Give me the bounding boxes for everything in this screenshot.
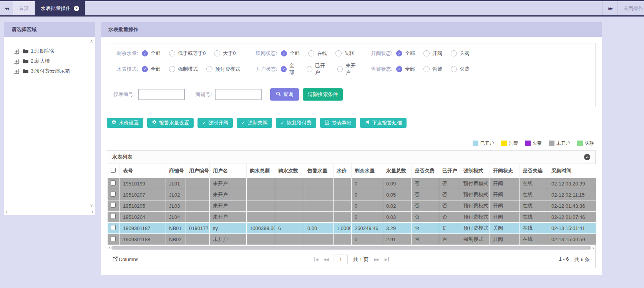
- tab-water-meter-batch[interactable]: 水表批量操作 ×: [35, 1, 85, 15]
- shop-no-input[interactable]: [215, 89, 262, 100]
- radio-icon[interactable]: [423, 50, 430, 56]
- scroll-tabs-right-button[interactable]: ▶▶: [608, 7, 612, 10]
- next-page-icon[interactable]: ▶▶: [374, 257, 379, 262]
- column-header[interactable]: 告警水量: [304, 164, 334, 178]
- expand-icon[interactable]: [14, 59, 19, 64]
- radio-icon[interactable]: [214, 50, 220, 56]
- scroll-tabs-left-button[interactable]: ◀◀: [0, 1, 13, 15]
- page-number-input[interactable]: [334, 255, 348, 264]
- radio-option[interactable]: ✓全部: [281, 50, 300, 57]
- radio-option[interactable]: 未开户: [337, 62, 359, 76]
- last-page-icon[interactable]: ▶: [385, 257, 389, 262]
- column-header[interactable]: 水价: [334, 164, 352, 178]
- action-button[interactable]: 下发报警短信: [360, 118, 407, 128]
- scroll-left-icon[interactable]: ‹: [6, 209, 8, 214]
- table-row[interactable]: 19510204JL04未开户00.03否否预付费模式开阀在线02-12 01:…: [108, 212, 596, 223]
- radio-icon[interactable]: [308, 50, 314, 56]
- radio-option[interactable]: 已开户: [307, 62, 329, 76]
- scroll-right-icon[interactable]: ›: [593, 245, 594, 250]
- radio-option[interactable]: 开阀: [423, 50, 442, 57]
- scroll-up-icon[interactable]: ∧: [90, 39, 93, 43]
- column-header[interactable]: 开阀状态: [490, 164, 520, 178]
- radio-checked-icon[interactable]: ✓: [396, 66, 402, 72]
- radio-option[interactable]: ✓全部: [142, 50, 161, 57]
- scrollbar-thumb[interactable]: [111, 246, 591, 250]
- radio-option[interactable]: ✓全部: [396, 50, 415, 57]
- row-checkbox[interactable]: [111, 192, 116, 197]
- prev-page-icon[interactable]: ◀◀: [323, 257, 328, 262]
- water-price-button[interactable]: 水价设置: [107, 118, 143, 128]
- query-button[interactable]: 查询: [270, 88, 299, 101]
- radio-option[interactable]: 大于0: [214, 50, 236, 57]
- column-header[interactable]: 购水总额: [247, 164, 275, 178]
- column-header[interactable]: 强制模式: [460, 164, 490, 178]
- expand-icon[interactable]: [14, 69, 19, 74]
- columns-button[interactable]: Columns: [113, 257, 138, 263]
- column-header[interactable]: 表号: [120, 164, 166, 178]
- tree-node[interactable]: 2:新大楼: [14, 56, 95, 66]
- column-header[interactable]: 用户名: [210, 164, 247, 178]
- tree-node[interactable]: 3:预付费云演示箱: [14, 66, 95, 76]
- table-toolbar-icon[interactable]: [584, 154, 590, 160]
- column-header[interactable]: 是否失连: [520, 164, 548, 178]
- radio-option[interactable]: 欠费: [451, 66, 470, 73]
- radio-checked-icon[interactable]: ✓: [281, 66, 287, 72]
- radio-icon[interactable]: [451, 50, 457, 56]
- radio-icon[interactable]: [423, 66, 430, 72]
- scroll-right-icon[interactable]: ›: [91, 209, 93, 214]
- table-row[interactable]: 1909301188NB02未开户02.91否否强制模式开阀在线02-13 15…: [108, 234, 596, 245]
- scroll-left-icon[interactable]: ‹: [108, 245, 110, 250]
- tab-home[interactable]: 首页: [13, 1, 35, 15]
- column-header[interactable]: 用户编号: [186, 164, 210, 178]
- radio-option[interactable]: 强制模式: [169, 66, 198, 73]
- table-row[interactable]: 1909301187NB010190177sy1000399.0060.001.…: [108, 223, 596, 234]
- radio-option[interactable]: 低于或等于0: [169, 50, 206, 57]
- column-header[interactable]: 水量总数: [383, 164, 412, 178]
- column-header[interactable]: 是否欠费: [412, 164, 439, 178]
- radio-icon[interactable]: [206, 66, 212, 72]
- action-button[interactable]: 报警水量设置: [147, 118, 194, 128]
- first-page-icon[interactable]: ◀: [314, 257, 318, 262]
- tab-close-icon[interactable]: ×: [74, 6, 79, 11]
- action-button[interactable]: ✓恢复预付费: [276, 118, 316, 128]
- action-button[interactable]: ✓强制关阀: [237, 118, 272, 128]
- action-button[interactable]: 抄表导出: [320, 118, 356, 128]
- radio-icon[interactable]: [335, 50, 342, 56]
- radio-icon[interactable]: [169, 66, 175, 72]
- table-row[interactable]: 19510207JL02未开户00.05否否预付费模式开阀在线02-12 02:…: [108, 189, 596, 200]
- expand-icon[interactable]: [14, 49, 19, 54]
- tree-node[interactable]: 1:江阴宿舍: [14, 46, 95, 56]
- horizontal-scrollbar[interactable]: ‹ ›: [107, 245, 595, 251]
- radio-checked-icon[interactable]: ✓: [281, 50, 287, 56]
- radio-option[interactable]: ✓全部: [396, 66, 415, 73]
- close-operations-button[interactable]: 关闭操作: [623, 5, 644, 12]
- row-checkbox[interactable]: [111, 236, 116, 241]
- radio-option[interactable]: ✓全部: [281, 62, 298, 76]
- column-header[interactable]: 采集时间: [548, 164, 596, 178]
- radio-option[interactable]: 在线: [308, 50, 327, 57]
- radio-icon[interactable]: [307, 66, 312, 72]
- clear-search-button[interactable]: 清除搜索条件: [303, 88, 343, 101]
- radio-option[interactable]: 预付费模式: [206, 66, 240, 73]
- radio-option[interactable]: 关阀: [451, 50, 470, 57]
- radio-icon[interactable]: [169, 50, 175, 56]
- row-checkbox[interactable]: [111, 203, 116, 208]
- row-checkbox[interactable]: [111, 225, 116, 230]
- radio-option[interactable]: 失联: [335, 50, 354, 57]
- row-checkbox[interactable]: [111, 180, 116, 185]
- column-header[interactable]: 已开户: [439, 164, 460, 178]
- column-header[interactable]: 剩余水量: [352, 164, 383, 178]
- action-button[interactable]: ✓强制开阀: [198, 118, 233, 128]
- radio-option[interactable]: ✓全部: [142, 66, 161, 73]
- radio-icon[interactable]: [337, 66, 343, 72]
- column-header[interactable]: 购水次数: [275, 164, 304, 178]
- radio-checked-icon[interactable]: ✓: [396, 50, 402, 56]
- column-header[interactable]: 商铺号: [166, 164, 186, 178]
- row-checkbox[interactable]: [111, 214, 116, 219]
- radio-option[interactable]: 告警: [423, 66, 442, 73]
- select-all-checkbox[interactable]: [111, 168, 116, 173]
- meter-no-input[interactable]: [138, 89, 185, 100]
- radio-icon[interactable]: [451, 66, 457, 72]
- table-row[interactable]: 19510199JL01未开户00.09否否预付费模式开阀在线02-12 03:…: [108, 178, 596, 189]
- radio-checked-icon[interactable]: ✓: [142, 50, 148, 56]
